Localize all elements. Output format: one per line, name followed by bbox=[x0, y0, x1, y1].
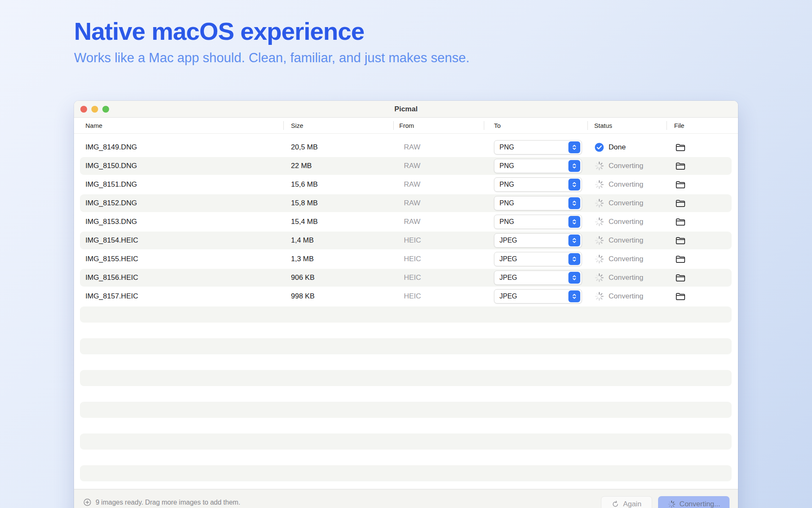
again-button[interactable]: Again bbox=[601, 496, 652, 508]
footer-message: 9 images ready. Drag more images to add … bbox=[96, 499, 240, 506]
table-row: IMG_8155.HEIC 1,3 MB HEIC JPEG bbox=[74, 250, 738, 268]
folder-icon bbox=[675, 180, 686, 189]
page-title: Native macOS experience bbox=[74, 19, 469, 44]
file-name: IMG_8151.DNG bbox=[85, 180, 137, 189]
add-images-icon[interactable] bbox=[83, 498, 91, 506]
chevron-up-down-icon bbox=[568, 235, 580, 246]
footer-actions: Again Converting... bbox=[601, 496, 730, 508]
open-folder-button[interactable] bbox=[675, 255, 686, 264]
table-row: IMG_8152.DNG 15,8 MB RAW PNG bbox=[74, 194, 738, 213]
picmal-window: Picmal Name Size From To Status File IMG… bbox=[74, 101, 738, 508]
column-header-to[interactable]: To bbox=[484, 118, 587, 133]
column-header-name[interactable]: Name bbox=[74, 118, 283, 133]
output-format-value: PNG bbox=[499, 144, 514, 151]
folder-icon bbox=[675, 292, 686, 301]
output-format-dropdown[interactable]: JPEG bbox=[494, 233, 582, 248]
empty-row-placeholder bbox=[80, 370, 732, 386]
file-size: 15,4 MB bbox=[291, 218, 318, 226]
chevron-up-down-icon bbox=[568, 290, 580, 302]
status-label: Converting bbox=[609, 273, 643, 282]
chevron-up-down-icon bbox=[568, 160, 580, 172]
converting-spinner-icon bbox=[594, 254, 604, 264]
open-folder-button[interactable] bbox=[675, 292, 686, 301]
source-format: RAW bbox=[404, 199, 420, 207]
again-button-label: Again bbox=[623, 500, 641, 508]
window-title: Picmal bbox=[74, 105, 738, 113]
output-format-value: PNG bbox=[499, 162, 514, 170]
source-format: HEIC bbox=[404, 255, 421, 263]
file-name: IMG_8150.DNG bbox=[85, 162, 137, 170]
status-label: Converting bbox=[609, 199, 643, 207]
output-format-value: JPEG bbox=[499, 237, 517, 244]
table-row: IMG_8157.HEIC 998 KB HEIC JPEG bbox=[74, 287, 738, 306]
output-format-dropdown[interactable]: JPEG bbox=[494, 252, 582, 266]
output-format-value: PNG bbox=[499, 218, 514, 226]
file-list: IMG_8149.DNG 20,5 MB RAW PNG Done bbox=[74, 134, 738, 306]
converting-spinner-icon bbox=[594, 198, 604, 208]
reload-icon bbox=[612, 500, 619, 508]
table-header: Name Size From To Status File bbox=[74, 118, 738, 134]
folder-icon bbox=[675, 162, 686, 171]
chevron-up-down-icon bbox=[568, 216, 580, 228]
open-folder-button[interactable] bbox=[675, 218, 686, 226]
output-format-dropdown[interactable]: PNG bbox=[494, 177, 582, 192]
converting-spinner-icon bbox=[594, 235, 604, 246]
file-name: IMG_8152.DNG bbox=[85, 199, 137, 207]
file-name: IMG_8149.DNG bbox=[85, 143, 137, 152]
output-format-dropdown[interactable]: PNG bbox=[494, 196, 582, 210]
table-row: IMG_8149.DNG 20,5 MB RAW PNG Done bbox=[74, 138, 738, 157]
chevron-up-down-icon bbox=[568, 272, 580, 284]
empty-row-placeholder bbox=[80, 306, 732, 323]
empty-row-placeholder bbox=[80, 338, 732, 354]
output-format-dropdown[interactable]: PNG bbox=[494, 140, 582, 155]
folder-icon bbox=[675, 199, 686, 208]
column-header-status[interactable]: Status bbox=[587, 118, 667, 133]
file-name: IMG_8153.DNG bbox=[85, 218, 137, 226]
window-footer: 9 images ready. Drag more images to add … bbox=[74, 489, 738, 508]
open-folder-button[interactable] bbox=[675, 180, 686, 189]
converting-spinner-icon bbox=[594, 217, 604, 227]
file-size: 15,6 MB bbox=[291, 180, 318, 189]
open-folder-button[interactable] bbox=[675, 236, 686, 245]
file-size: 20,5 MB bbox=[291, 143, 318, 152]
table-row: IMG_8151.DNG 15,6 MB RAW PNG bbox=[74, 175, 738, 194]
empty-row-placeholder bbox=[80, 465, 732, 481]
output-format-dropdown[interactable]: JPEG bbox=[494, 271, 582, 285]
status-label: Converting bbox=[609, 218, 643, 226]
converting-spinner-icon bbox=[594, 161, 604, 171]
open-folder-button[interactable] bbox=[675, 162, 686, 171]
status-label: Converting bbox=[609, 236, 643, 245]
table-row: IMG_8153.DNG 15,4 MB RAW PNG bbox=[74, 213, 738, 231]
file-name: IMG_8156.HEIC bbox=[85, 273, 138, 282]
file-name: IMG_8154.HEIC bbox=[85, 236, 138, 245]
output-format-dropdown[interactable]: PNG bbox=[494, 159, 582, 173]
done-check-icon bbox=[594, 142, 604, 152]
column-header-from[interactable]: From bbox=[393, 118, 484, 133]
chevron-up-down-icon bbox=[568, 141, 580, 153]
chevron-up-down-icon bbox=[568, 197, 580, 209]
empty-row-placeholder bbox=[80, 402, 732, 418]
file-name: IMG_8157.HEIC bbox=[85, 292, 138, 301]
output-format-dropdown[interactable]: PNG bbox=[494, 215, 582, 229]
status-label: Converting bbox=[609, 255, 643, 263]
folder-icon bbox=[675, 236, 686, 245]
open-folder-button[interactable] bbox=[675, 199, 686, 208]
status-label: Converting bbox=[609, 180, 643, 189]
source-format: RAW bbox=[404, 180, 420, 189]
open-folder-button[interactable] bbox=[675, 143, 686, 152]
source-format: RAW bbox=[404, 143, 420, 152]
output-format-value: PNG bbox=[499, 181, 514, 188]
source-format: HEIC bbox=[404, 236, 421, 245]
source-format: HEIC bbox=[404, 273, 421, 282]
output-format-dropdown[interactable]: JPEG bbox=[494, 289, 582, 304]
empty-row-placeholder bbox=[80, 433, 732, 450]
open-folder-button[interactable] bbox=[675, 273, 686, 282]
chevron-up-down-icon bbox=[568, 179, 580, 190]
column-header-size[interactable]: Size bbox=[283, 118, 393, 133]
converting-button[interactable]: Converting... bbox=[658, 496, 730, 508]
file-size: 906 KB bbox=[291, 273, 315, 282]
hero-section: Native macOS experience Works like a Mac… bbox=[74, 19, 469, 66]
converting-spinner-icon bbox=[594, 273, 604, 283]
column-header-file[interactable]: File bbox=[667, 118, 738, 133]
output-format-value: JPEG bbox=[499, 255, 517, 263]
